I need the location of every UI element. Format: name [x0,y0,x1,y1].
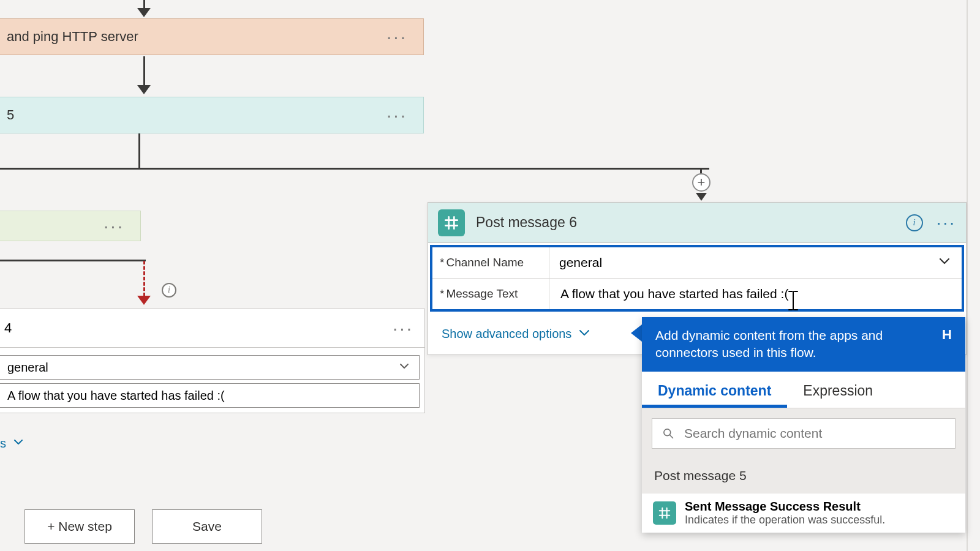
channel-value: general [559,255,602,270]
popover-banner: Add dynamic content from the apps and co… [642,317,965,372]
dynamic-content-popover: Add dynamic content from the apps and co… [642,317,965,533]
search-dynamic-content[interactable] [652,418,956,449]
info-icon[interactable]: i [906,214,923,231]
tab-expression[interactable]: Expression [787,372,889,408]
chevron-down-icon [937,253,952,272]
save-button[interactable]: Save [152,509,262,544]
editor-title: Post message 6 [476,214,577,231]
svg-line-1 [670,435,673,438]
flow-step-http[interactable]: and ping HTTP server ··· [0,18,424,55]
connector-split [0,260,146,261]
message-label: *Message Text [432,287,549,301]
flow-step-4-header[interactable]: 4 ··· [0,309,424,348]
channel-value: general [7,361,48,375]
message-value: A flow that you have started has failed … [7,389,225,403]
flow-step-5[interactable]: 5 ··· [0,97,424,133]
dc-section-header: Post message 5 [642,459,965,493]
parameter-group-focused: *Channel Name general *Message Text [430,245,964,312]
message-text-collapsed[interactable]: A flow that you have started has failed … [0,383,420,408]
chevron-down-icon [398,360,410,375]
banner-text: Add dynamic content from the apps and co… [655,327,931,362]
canvas-scrollbar[interactable] [967,0,980,551]
dc-item-desc: Indicates if the operation was successfu… [685,514,885,527]
search-icon [662,427,674,440]
tab-dynamic-content[interactable]: Dynamic content [642,372,787,408]
channel-name-row: *Channel Name general [432,247,962,279]
message-text-input[interactable] [549,279,962,309]
connector-arrowhead [696,193,707,201]
connector-arrow-failure [137,261,151,305]
connector-arrow [137,56,151,94]
chevron-down-icon [578,326,591,342]
advanced-label: Show advanced options [442,327,571,341]
message-text-row: *Message Text [432,279,962,309]
step-menu-icon[interactable]: ··· [937,213,956,233]
search-input[interactable] [683,425,945,441]
flow-step-title: 5 [7,107,14,123]
flow-step-title: and ping HTTP server [7,29,138,45]
channel-name-select[interactable]: general [549,247,962,278]
step-menu-icon[interactable]: ··· [382,26,412,47]
new-step-button[interactable]: + New step [24,509,135,544]
message-text-field[interactable] [559,286,952,302]
show-advanced-options-link[interactable]: Show advanced options [442,326,591,342]
flow-step-title: 4 [4,320,12,336]
popover-notch [631,324,642,342]
slack-icon [653,501,676,525]
editor-header[interactable]: Post message 6 i ··· [428,203,966,243]
channel-select-collapsed[interactable]: general [0,355,420,380]
advanced-link-partial: s [0,437,6,451]
connector-split [0,168,709,170]
step-menu-icon[interactable]: ··· [99,216,129,236]
hide-link[interactable]: H [942,327,952,343]
dc-item-success-result[interactable]: Sent Message Success Result Indicates if… [642,493,965,533]
branch-info-icon[interactable]: i [162,283,176,298]
step-menu-icon[interactable]: ··· [382,105,412,126]
channel-label: *Channel Name [432,256,549,269]
button-label: Save [192,519,222,534]
flow-step-4-card: 4 ··· general A flow that you have start… [0,309,425,413]
dc-item-title: Sent Message Success Result [685,500,885,514]
button-label: + New step [47,519,112,534]
advanced-options-collapsed[interactable]: s [0,431,24,455]
connector-line [138,133,140,168]
add-branch-button[interactable]: + [692,173,710,192]
chevron-down-icon [12,436,24,451]
step-menu-icon[interactable]: ··· [393,318,413,339]
connector-arrow [137,0,151,17]
slack-icon [438,209,465,236]
flow-step-condition[interactable]: ··· [0,211,141,241]
popover-tabs: Dynamic content Expression [642,372,965,408]
